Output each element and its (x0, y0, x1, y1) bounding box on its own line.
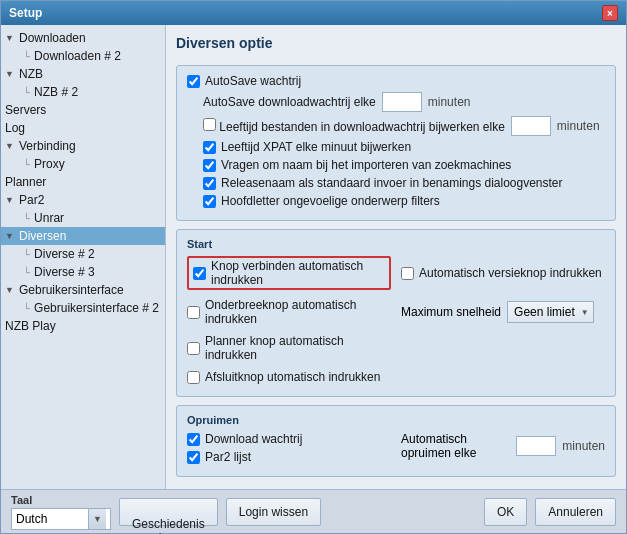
close-button[interactable]: × (602, 5, 618, 21)
hoofdletter-label[interactable]: Hoofdletter ongevoelige onderwerp filter… (203, 194, 440, 208)
leeftijd-input[interactable]: 60 (511, 116, 551, 136)
max-snelheid-dropdown[interactable]: Geen limiet (507, 301, 594, 323)
vragen-checkbox[interactable] (203, 159, 216, 172)
onderbreeknop-label[interactable]: Onderbreeknop automatisch indrukken (187, 298, 391, 326)
leeftijd-checkbox[interactable] (203, 118, 216, 131)
main-content: ▼ Downloaden └ Downloaden # 2 ▼ NZB └ NZ… (1, 25, 626, 489)
opruimen-panel: Opruimen Download wachtrij Par (176, 405, 616, 477)
start-panel: Start Knop verbinden automatisch indrukk… (176, 229, 616, 397)
auto-versie-row: Automatisch versieknop indrukken (401, 266, 605, 280)
opruimen-par2-checkbox[interactable] (187, 451, 200, 464)
planner-label[interactable]: Planner knop automatisch indrukken (187, 334, 391, 362)
sidebar-item-nzb[interactable]: ▼ NZB (1, 65, 165, 83)
window-title: Setup (9, 6, 42, 20)
planner-row: Planner knop automatisch indrukken (187, 334, 391, 362)
content-area: Diversen optie AutoSave wachtrij AutoSav… (166, 25, 626, 489)
sidebar-item-unrar[interactable]: └ Unrar (1, 209, 165, 227)
auto-versie-label[interactable]: Automatisch versieknop indrukken (401, 266, 602, 280)
login-wissen-button[interactable]: Login wissen (226, 498, 321, 526)
knop-label[interactable]: Knop verbinden automatisch indrukken (187, 256, 391, 290)
taal-dropdown[interactable]: Dutch ▼ (11, 508, 111, 530)
sidebar-item-verbinding[interactable]: ▼ Verbinding (1, 137, 165, 155)
geschiedenis-button[interactable]: Geschiedenis wissen (119, 498, 218, 526)
leeftijd-checkbox-label[interactable]: Leeftijd bestanden in downloadwachtrij b… (203, 118, 505, 134)
vragen-row: Vragen om naam bij het importeren van zo… (203, 158, 605, 172)
start-header: Start (187, 238, 605, 250)
release-checkbox[interactable] (203, 177, 216, 190)
planner-checkbox[interactable] (187, 342, 200, 355)
sidebar-item-diversen[interactable]: ▼ Diversen (1, 227, 165, 245)
afsluiten-row: Afsluitknop utomatisch indrukken (187, 370, 391, 384)
knop-row: Knop verbinden automatisch indrukken (187, 256, 391, 290)
opruimen-par2-label[interactable]: Par2 lijst (187, 450, 251, 464)
sidebar-item-diverse2[interactable]: └ Diverse # 2 (1, 245, 165, 263)
opruimen-header: Opruimen (187, 414, 605, 426)
max-snelheid-row: Maximum snelheid Geen limiet (401, 301, 605, 323)
download-interval-row: AutoSave downloadwachtrij elke 5 minuten (203, 92, 605, 112)
leeftijd-unit: minuten (557, 119, 600, 133)
annuleren-button[interactable]: Annuleren (535, 498, 616, 526)
hoofdletter-row: Hoofdletter ongevoelige onderwerp filter… (203, 194, 605, 208)
autosave-checkbox-label[interactable]: AutoSave wachtrij (187, 74, 301, 88)
expand-icon: ▼ (5, 285, 19, 295)
sidebar-item-servers[interactable]: Servers (1, 101, 165, 119)
tree-line-icon: └ (23, 303, 30, 314)
download-unit: minuten (428, 95, 471, 109)
expand-icon: ▼ (5, 195, 19, 205)
leeftijd-row: Leeftijd bestanden in downloadwachtrij b… (203, 116, 605, 136)
tree-line-icon: └ (23, 87, 30, 98)
max-snelheid-label: Maximum snelheid (401, 305, 501, 319)
tree-line-icon: └ (23, 159, 30, 170)
taal-section: Taal Dutch ▼ (11, 494, 111, 530)
titlebar: Setup × (1, 1, 626, 25)
sidebar-item-nzbplay[interactable]: NZB Play (1, 317, 165, 335)
release-row: Releasenaam als standaard invoer in bena… (203, 176, 605, 190)
onderbreeknop-checkbox[interactable] (187, 306, 200, 319)
sidebar-item-gebruikersinterface2[interactable]: └ Gebruikersinterface # 2 (1, 299, 165, 317)
vragen-label[interactable]: Vragen om naam bij het importeren van zo… (203, 158, 511, 172)
expand-icon: ▼ (5, 231, 19, 241)
expand-icon: ▼ (5, 33, 19, 43)
hoofdletter-checkbox[interactable] (203, 195, 216, 208)
opruimen-download-label[interactable]: Download wachtrij (187, 432, 302, 446)
tree-line-icon: └ (23, 249, 30, 260)
sidebar-item-par2[interactable]: ▼ Par2 (1, 191, 165, 209)
sidebar-item-gebruikersinterface[interactable]: ▼ Gebruikersinterface (1, 281, 165, 299)
expand-icon: ▼ (5, 141, 19, 151)
taal-dropdown-arrow: ▼ (88, 509, 106, 529)
afsluiten-label[interactable]: Afsluitknop utomatisch indrukken (187, 370, 380, 384)
section-title: Diversen optie (176, 35, 616, 55)
onderbreeknop-row: Onderbreeknop automatisch indrukken (187, 298, 391, 326)
sidebar-item-log[interactable]: Log (1, 119, 165, 137)
taal-label: Taal (11, 494, 111, 506)
knop-checkbox[interactable] (193, 267, 206, 280)
auto-opruimen-row: Automatisch opruimen elke 0 minuten (401, 432, 605, 460)
autosave-panel: AutoSave wachtrij AutoSave downloadwacht… (176, 65, 616, 221)
auto-opruimen-unit: minuten (562, 439, 605, 453)
xpat-checkbox[interactable] (203, 141, 216, 154)
afsluiten-checkbox[interactable] (187, 371, 200, 384)
auto-opruimen-input[interactable]: 0 (516, 436, 556, 456)
tree-line-icon: └ (23, 51, 30, 62)
sidebar-item-planner[interactable]: Planner (1, 173, 165, 191)
opruimen-download-checkbox[interactable] (187, 433, 200, 446)
tree-line-icon: └ (23, 267, 30, 278)
autosave-header-row: AutoSave wachtrij (187, 74, 605, 88)
footer: Taal Dutch ▼ Geschiedenis wissen Login w… (1, 489, 626, 533)
xpat-label[interactable]: Leeftijd XPAT elke minuut bijwerken (203, 140, 411, 154)
expand-icon: ▼ (5, 69, 19, 79)
autosave-checkbox[interactable] (187, 75, 200, 88)
auto-versie-checkbox[interactable] (401, 267, 414, 280)
sidebar-item-downloaden2[interactable]: └ Downloaden # 2 (1, 47, 165, 65)
release-label[interactable]: Releasenaam als standaard invoer in bena… (203, 176, 563, 190)
sidebar-item-proxy[interactable]: └ Proxy (1, 155, 165, 173)
ok-button[interactable]: OK (484, 498, 527, 526)
tree-line-icon: └ (23, 213, 30, 224)
opruimen-par2-row: Par2 lijst (187, 450, 391, 464)
xpat-row: Leeftijd XPAT elke minuut bijwerken (203, 140, 605, 154)
sidebar-item-diverse3[interactable]: └ Diverse # 3 (1, 263, 165, 281)
download-interval-input[interactable]: 5 (382, 92, 422, 112)
sidebar-item-downloaden[interactable]: ▼ Downloaden (1, 29, 165, 47)
auto-opruimen-label: Automatisch opruimen elke (401, 432, 510, 460)
sidebar-item-nzb2[interactable]: └ NZB # 2 (1, 83, 165, 101)
